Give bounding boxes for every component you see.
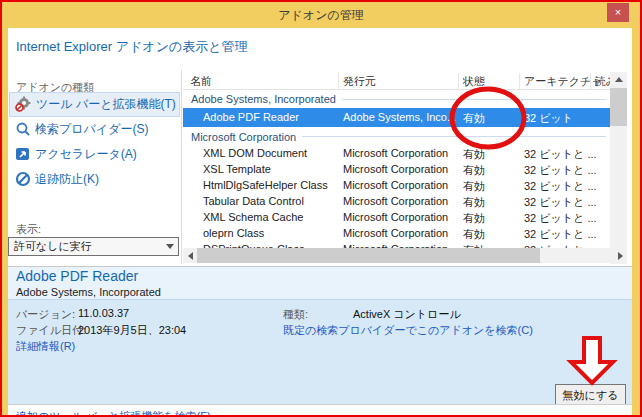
column-divider [338,73,339,89]
sidebar-item-toolbars-extensions[interactable]: ツール バーと拡張機能(T) [9,92,180,117]
table-row-tabular-data-control[interactable]: Tabular Data Control Microsoft Corporati… [183,194,610,210]
close-icon: × [615,6,621,18]
type-value: ActiveX コントロール [353,307,461,322]
sidebar-item-tracking-protection[interactable]: 追跡防止(K) [9,167,180,192]
sidebar-item-accelerators[interactable]: アクセラレータ(A) [9,142,180,167]
group-name: Microsoft Corporation [183,131,302,143]
window-title: アドオンの管理 [2,7,640,24]
search-providers-icon [15,121,31,137]
status-badge: 有効 [463,195,518,210]
sidebar-divider [181,70,182,264]
addon-details-pane: Adobe PDF Reader Adobe Systems, Incorpor… [8,266,632,404]
disable-button[interactable]: 無効にする(B) [555,384,626,406]
find-more-addons-link[interactable]: 追加のツール バーと拡張機能を検索(F) [16,409,211,415]
status-badge: 有効 [463,227,518,242]
column-header-name[interactable]: 名前 [190,74,212,89]
version-label: バージョン: [16,307,75,322]
file-date-value: 2013年9月5日、23:04 [78,323,186,338]
type-label: 種類: [283,307,308,322]
chevron-down-icon [166,244,174,249]
arrow-left-icon [188,252,193,260]
show-filter-dropdown[interactable]: 許可なしに実行 [8,237,179,256]
table-row-xml-dom-document[interactable]: XML DOM Document Microsoft Corporation 有… [183,146,610,162]
table-row-xsl-template[interactable]: XSL Template Microsoft Corporation 有効 32… [183,162,610,178]
details-addon-name: Adobe PDF Reader [16,268,138,284]
footer-bar: 追加のツール バーと拡張機能を検索(F) [8,404,632,415]
addon-type-list: ツール バーと拡張機能(T) 検索プロバイダー(S) [9,92,180,192]
group-header-adobe: Adobe Systems, Incorporated [183,90,610,108]
column-header-publisher[interactable]: 発行元 [343,74,376,89]
table-header: 名前 発行元 状態 アーキテクチャ 読み込み [183,72,610,90]
sidebar-item-label: 検索プロバイダー(S) [35,122,148,136]
title-bar: アドオンの管理 × [2,2,640,28]
vertical-scrollbar[interactable] [610,72,627,264]
tracking-protection-icon [15,171,31,187]
column-header-status[interactable]: 状態 [463,74,485,89]
column-divider [590,73,591,89]
more-information-link[interactable]: 詳細情報(R) [16,339,75,354]
accelerators-icon [15,146,31,162]
status-badge: 有効 [463,147,518,162]
vertical-scrollbar-thumb[interactable] [610,88,627,126]
arrow-up-icon [615,77,623,82]
details-header: Adobe PDF Reader Adobe Systems, Incorpor… [8,267,632,300]
dialog-heading: Internet Explorer アドオンの表示と管理 [16,38,248,56]
show-filter-value: 許可なしに実行 [14,240,92,252]
sidebar-item-label: アクセラレータ(A) [35,147,137,161]
scroll-right-button[interactable] [612,248,627,263]
arrow-right-icon [618,252,627,260]
horizontal-scrollbar[interactable] [183,248,627,263]
sidebar-item-label: ツール バーと拡張機能(T) [36,97,176,111]
horizontal-scrollbar-thumb[interactable] [197,248,540,263]
details-publisher: Adobe Systems, Incorporated [16,286,161,298]
toolbars-extensions-icon [15,96,31,112]
status-badge: 有効 [463,179,518,194]
table-row-adobe-pdf-reader[interactable]: Adobe PDF Reader Adobe Systems, Inco... … [183,108,610,127]
show-label: 表示: [16,222,41,237]
column-divider [458,73,459,89]
status-badge: 有効 [463,111,518,126]
status-badge: 有効 [463,211,518,226]
scroll-left-button[interactable] [183,248,198,263]
close-button[interactable]: × [607,3,629,22]
column-divider [519,73,520,89]
scroll-up-button[interactable] [610,72,627,87]
table-row-oleprn-class[interactable]: oleprn Class Microsoft Corporation 有効 32… [183,226,610,242]
group-header-microsoft: Microsoft Corporation [183,127,610,146]
status-badge: 有効 [463,163,518,178]
dialog-client-area: Internet Explorer アドオンの表示と管理 アドオンの種類 ツール… [8,28,632,415]
manage-addons-dialog: アドオンの管理 × Internet Explorer アドオンの表示と管理 ア… [0,0,642,417]
sidebar-item-search-providers[interactable]: 検索プロバイダー(S) [9,117,180,142]
addon-list: Adobe Systems, Incorporated Adobe PDF Re… [183,90,610,248]
table-row-xml-schema-cache[interactable]: XML Schema Cache Microsoft Corporation 有… [183,210,610,226]
sidebar-item-label: 追跡防止(K) [35,172,99,186]
file-date-label: ファイル日付: [16,323,86,338]
search-with-default-provider-link[interactable]: 既定の検索プロバイダーでこのアドオンを検索(C) [283,323,533,338]
column-header-load-time[interactable]: 読み込み [595,74,610,89]
group-name: Adobe Systems, Incorporated [183,93,342,105]
table-row-htmldlgsafehelper[interactable]: HtmlDlgSafeHelper Class Microsoft Corpor… [183,178,610,194]
version-value: 11.0.03.37 [78,307,129,319]
